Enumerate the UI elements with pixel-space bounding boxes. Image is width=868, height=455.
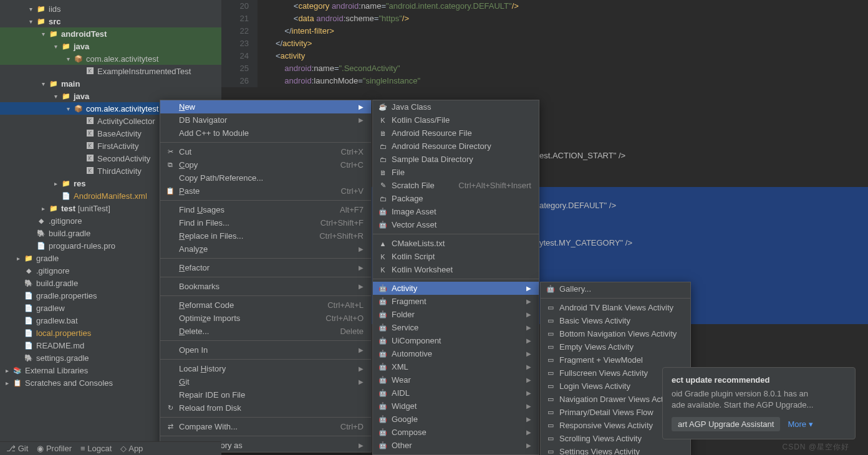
diff-icon: ⇄ [165,422,175,432]
menu-item-uicomponent[interactable]: 🤖UiComponent▶ [373,334,539,347]
toolbar-git[interactable]: ⎇ Git [6,444,28,453]
notif-title: ect update recommended [672,375,846,385]
folder-icon: 📁 [61,91,71,101]
toolbar-profiler[interactable]: ◉ Profiler [37,444,72,453]
menu-item-reload-from-disk[interactable]: ↻Reload from Disk [160,401,371,414]
win-icon: ▭ [546,434,556,444]
folder-icon: 📁 [36,16,46,26]
android-icon: 🤖 [378,297,388,307]
kotlin-class-icon: 🅺 [85,66,95,76]
menu-item-kotlin-worksheet[interactable]: KKotlin Worksheet [373,263,539,276]
menu-item-scratch-file[interactable]: ✎Scratch FileCtrl+Alt+Shift+Insert [373,179,539,192]
menu-item-reformat-code[interactable]: Reformat CodeCtrl+Alt+L [160,299,371,312]
menu-item-sample-data-directory[interactable]: 🗀Sample Data Directory [373,153,539,166]
menu-item-bottom-navigation-views-activity[interactable]: ▭Bottom Navigation Views Activity [541,327,690,340]
win-icon: ▭ [546,316,556,326]
menu-item-gallery-[interactable]: 🤖Gallery... [541,282,690,295]
dir-icon: 🗀 [378,155,388,165]
win-icon: ▭ [546,368,556,378]
menu-item-xml[interactable]: 🤖XML▶ [373,360,539,373]
menu-item-kotlin-script[interactable]: KKotlin Script [373,250,539,263]
menu-item-delete-[interactable]: Delete...Delete [160,325,371,338]
menu-item-analyze[interactable]: Analyze▶ [160,242,371,256]
menu-item-kotlin-class-file[interactable]: KKotlin Class/File [373,113,539,127]
toolbar-logcat[interactable]: ≡ Logcat [80,444,112,453]
menu-item-copy-path-reference-[interactable]: Copy Path/Reference... [160,171,371,184]
tree-item-pkg-at[interactable]: ▾📦com.alex.activitytest [0,52,221,65]
menu-item-compare-with-[interactable]: ⇄Compare With...Ctrl+D [160,420,371,433]
tree-item-src[interactable]: ▾📁src [0,15,221,27]
menu-item-find-in-files-[interactable]: Find in Files...Ctrl+Shift+F [160,216,371,229]
partially-visible-code: est.ACTION_START" /> ategory.DEFAULT" />… [539,125,632,274]
java-icon: ☕ [378,102,388,112]
notif-upgrade-button[interactable]: art AGP Upgrade Assistant [672,417,780,431]
cmake-icon: ▲ [378,239,388,249]
menu-item-settings-views-activity[interactable]: ▭Settings Views Activity [541,445,690,455]
menu-item-android-tv-blank-views-activity[interactable]: ▭Android TV Blank Views Activity [541,301,690,314]
menu-item-db-navigator[interactable]: DB Navigator▶ [160,113,371,127]
menu-item-add-c-to-module[interactable]: Add C++ to Module [160,127,371,140]
dir-icon: 🗀 [378,194,388,204]
markdown-icon: 📄 [24,340,34,350]
git-icon: ◆ [36,216,46,226]
folder-icon: 📁 [49,29,59,39]
bottom-toolbar[interactable]: ⎇ Git ◉ Profiler ≡ Logcat ◇ App [0,441,221,455]
kotlin-class-icon: 🅺 [85,166,95,176]
menu-item-open-in[interactable]: Open In▶ [160,343,371,357]
toolbar-app[interactable]: ◇ App [120,444,143,453]
menu-item-empty-views-activity[interactable]: ▭Empty Views Activity [541,340,690,353]
menu-item-vector-asset[interactable]: 🤖Vector Asset [373,218,539,231]
menu-item-cut[interactable]: ✂CutCtrl+X [160,145,371,158]
menu-item-local-history[interactable]: Local History▶ [160,362,371,375]
menu-item-package[interactable]: 🗀Package [373,192,539,205]
win-icon: ▭ [546,342,556,352]
menu-item-optimize-imports[interactable]: Optimize ImportsCtrl+Alt+O [160,312,371,325]
menu-item-other[interactable]: 🤖Other▶ [373,439,539,452]
menu-item-find-usages[interactable]: Find UsagesAlt+F7 [160,203,371,216]
menu-item-file[interactable]: 🗎File [373,166,539,179]
file-icon: 📄 [24,328,34,338]
code-content[interactable]: <category android:name="android.intent.c… [258,0,519,87]
menu-item-paste[interactable]: 📋PasteCtrl+V [160,184,371,198]
menu-item-google[interactable]: 🤖Google▶ [373,413,539,426]
menu-item-android-resource-file[interactable]: 🗎Android Resource File [373,127,539,140]
menu-item-java-class[interactable]: ☕Java Class [373,100,539,113]
menu-item-bookmarks[interactable]: Bookmarks▶ [160,280,371,293]
tree-item-iids[interactable]: ▾📁iids [0,2,221,15]
notif-more-link[interactable]: More ▾ [788,419,813,429]
menu-item-widget[interactable]: 🤖Widget▶ [373,400,539,413]
menu-item-git[interactable]: Git▶ [160,375,371,388]
menu-item-fragment[interactable]: 🤖Fragment▶ [373,295,539,308]
tree-item-java-at[interactable]: ▾📁java [0,40,221,52]
android-icon: 🤖 [378,336,388,346]
menu-item-compose[interactable]: 🤖Compose▶ [373,426,539,439]
menu-item-aidl[interactable]: 🤖AIDL▶ [373,386,539,400]
menu-item-service[interactable]: 🤖Service▶ [373,321,539,334]
menu-item-refactor[interactable]: Refactor▶ [160,261,371,274]
menu-item-android-resource-directory[interactable]: 🗀Android Resource Directory [373,140,539,153]
tree-item-main[interactable]: ▾📁main [0,77,221,90]
context-menu[interactable]: New▶DB Navigator▶Add C++ to Module✂CutCt… [160,100,372,453]
android-icon: 🤖 [378,284,388,294]
menu-item-cmakelists-txt[interactable]: ▲CMakeLists.txt [373,237,539,250]
package-icon: 📦 [74,103,84,113]
menu-item-automotive[interactable]: 🤖Automotive▶ [373,347,539,360]
win-icon: ▭ [546,303,556,313]
menu-item-folder[interactable]: 🤖Folder▶ [373,308,539,321]
android-icon: 🤖 [378,323,388,333]
win-icon: ▭ [546,381,556,391]
new-submenu[interactable]: ☕Java ClassKKotlin Class/File🗎Android Re… [372,100,539,455]
menu-item-wear[interactable]: 🤖Wear▶ [373,373,539,386]
menu-item-basic-views-activity[interactable]: ▭Basic Views Activity [541,314,690,327]
menu-item-new[interactable]: New▶ [160,100,371,113]
menu-item-replace-in-files-[interactable]: Replace in Files...Ctrl+Shift+R [160,229,371,242]
android-icon: 🤖 [378,220,388,230]
menu-item-activity[interactable]: 🤖Activity▶ [373,282,539,295]
menu-item-image-asset[interactable]: 🤖Image Asset [373,205,539,218]
menu-item-repair-ide-on-file[interactable]: Repair IDE on File [160,388,371,401]
tree-item-androidTest[interactable]: ▾📁androidTest [0,27,221,40]
menu-item-copy[interactable]: ⧉CopyCtrl+C [160,158,371,171]
win-icon: ▭ [546,395,556,405]
menu-item-fragment-viewmodel[interactable]: ▭Fragment + ViewModel [541,353,690,366]
tree-item-example[interactable]: 🅺ExampleInstrumentedTest [0,65,221,77]
